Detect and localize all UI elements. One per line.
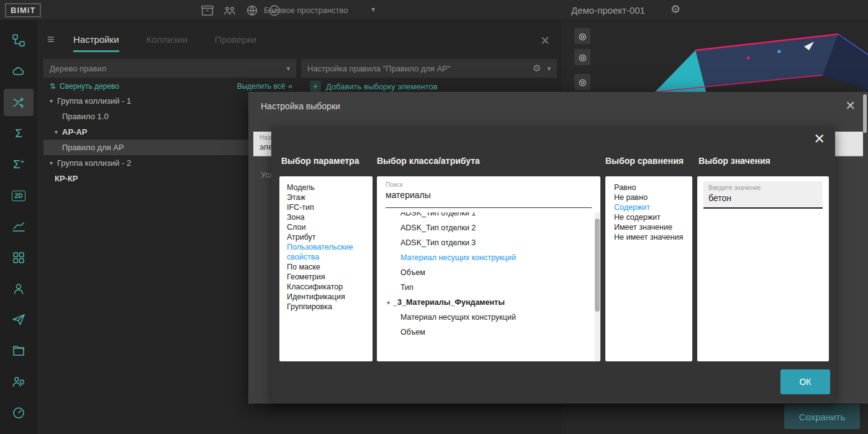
sidebar-item-dashboard[interactable] bbox=[4, 399, 34, 427]
rule-settings-panel-header[interactable]: Настройка правила "Правило для АР" ⚙ ▾ bbox=[301, 59, 557, 78]
value-input[interactable] bbox=[708, 193, 818, 203]
tab-collisions[interactable]: Коллизии bbox=[147, 34, 188, 52]
workspace-selector[interactable]: Базовое пространство bbox=[264, 6, 348, 15]
sort-updown-icon: ⇅ bbox=[50, 82, 56, 91]
modal-close-icon[interactable]: ✕ bbox=[845, 98, 856, 113]
parameter-item[interactable]: Модель bbox=[287, 183, 365, 192]
parameter-item[interactable]: Атрибут bbox=[287, 232, 365, 242]
sidebar-item-user-location[interactable] bbox=[4, 368, 34, 396]
tab-settings[interactable]: Настройки bbox=[73, 34, 119, 52]
rule-settings-gear-icon[interactable]: ⚙ bbox=[533, 63, 541, 74]
folder-export-icon bbox=[11, 343, 26, 358]
archive-box-icon[interactable] bbox=[200, 3, 215, 18]
sidebar-item-sum[interactable]: Σ bbox=[4, 120, 34, 147]
caret-down-icon[interactable]: ▾ bbox=[50, 160, 57, 166]
tab-checks[interactable]: Проверки bbox=[215, 34, 256, 52]
sidebar-item-user[interactable] bbox=[4, 275, 34, 302]
left-icon-sidebar: Σ Σ+ 2D bbox=[0, 20, 37, 434]
viewport-focus-button[interactable]: ◎ bbox=[574, 28, 590, 44]
parameter-column-header: Выбор параметра bbox=[281, 156, 359, 166]
sidebar-item-chart[interactable] bbox=[4, 213, 34, 240]
globe-sync-icon[interactable] bbox=[245, 3, 260, 18]
plus-icon: + bbox=[310, 81, 321, 92]
rules-tree-caret-icon[interactable]: ▾ bbox=[286, 65, 290, 73]
tree-node-label: Группа коллизий - 1 bbox=[57, 96, 131, 106]
caret-down-icon[interactable]: ▾ bbox=[387, 299, 390, 306]
attribute-item[interactable]: Объем bbox=[377, 325, 600, 340]
add-selection-label: Добавить выборку элементов bbox=[326, 82, 438, 91]
collisions-icon bbox=[11, 95, 26, 110]
dialog-close-icon[interactable]: ✕ bbox=[814, 131, 825, 147]
attribute-item[interactable]: Тип bbox=[377, 280, 600, 295]
save-button[interactable]: Сохранить bbox=[784, 404, 860, 429]
project-settings-gear-icon[interactable]: ⚙ bbox=[671, 2, 680, 16]
sidebar-item-sum-plus[interactable]: Σ+ bbox=[4, 151, 34, 178]
comparison-item-selected[interactable]: Содержит bbox=[614, 202, 684, 212]
comparison-item[interactable]: Не имеет значения bbox=[614, 232, 684, 242]
sidebar-item-structure-tree[interactable] bbox=[4, 27, 34, 54]
team-icon[interactable] bbox=[222, 3, 237, 18]
comparison-list: Равно Не равно Содержит Не содержит Имее… bbox=[605, 176, 692, 361]
parameter-item[interactable]: Идентификация bbox=[287, 292, 365, 302]
parameter-item[interactable]: Классификатор bbox=[287, 282, 365, 292]
attribute-item[interactable]: Материал несущих конструкций bbox=[377, 310, 600, 325]
rules-tree-panel-header[interactable]: Дерево правил ▾ bbox=[43, 59, 296, 78]
attribute-item[interactable]: ADSK_Тип отделки 2 bbox=[377, 220, 600, 235]
comparison-item[interactable]: Равно bbox=[614, 183, 684, 192]
comparison-item[interactable]: Не содержит bbox=[614, 212, 684, 222]
viewport-orbit-button[interactable]: ◎ bbox=[574, 49, 590, 65]
list-scrollbar-track[interactable] bbox=[595, 212, 600, 361]
rule-settings-caret-icon[interactable]: ▾ bbox=[547, 65, 551, 73]
class-attribute-panel: Поиск ADSK_Тип отделки 1 ADSK_Тип отделк… bbox=[377, 176, 600, 361]
collapse-tree-button[interactable]: ⇅ Свернуть дерево bbox=[50, 82, 119, 91]
parameter-item[interactable]: Геометрия bbox=[287, 272, 365, 282]
sigma-plus-icon: Σ+ bbox=[13, 158, 24, 171]
caret-down-icon[interactable]: ▾ bbox=[50, 97, 57, 104]
cloud-icon bbox=[11, 64, 26, 79]
modal-scrollbar[interactable] bbox=[863, 94, 867, 133]
top-bar: BIMiT Базовое пространство ▾ Демо-проект… bbox=[0, 0, 868, 20]
parameter-item[interactable]: Зона bbox=[287, 212, 365, 222]
rule-settings-title: Настройка правила "Правило для АР" bbox=[307, 64, 451, 73]
parameter-item[interactable]: Этаж bbox=[287, 192, 365, 202]
panel-menu-icon[interactable]: ≡ bbox=[47, 32, 55, 47]
comparison-item[interactable]: Имеет значение bbox=[614, 222, 684, 232]
parameter-item-selected[interactable]: Пользовательские свойства bbox=[287, 242, 365, 262]
sigma-icon: Σ bbox=[15, 127, 22, 140]
comparison-item[interactable]: Не равно bbox=[614, 192, 684, 202]
parameter-item[interactable]: Слои bbox=[287, 222, 365, 232]
parameter-item[interactable]: IFC-тип bbox=[287, 202, 365, 212]
search-underline bbox=[386, 207, 592, 208]
sidebar-item-collisions[interactable] bbox=[4, 89, 34, 116]
workspace-caret-icon[interactable]: ▾ bbox=[371, 5, 375, 14]
sidebar-item-modules[interactable] bbox=[4, 244, 34, 271]
attribute-item[interactable]: ADSK_Тип отделки 1 bbox=[377, 212, 600, 220]
parameter-item[interactable]: По маске bbox=[287, 262, 365, 272]
target-icon: ◎ bbox=[579, 52, 586, 62]
select-all-button[interactable]: Выделить всё « bbox=[237, 82, 292, 91]
attribute-item-selected[interactable]: Материал несущих конструкций bbox=[377, 250, 600, 265]
list-scrollbar-thumb[interactable] bbox=[595, 219, 600, 312]
sidebar-item-2d-view[interactable]: 2D bbox=[4, 182, 34, 209]
target-icon: ◎ bbox=[579, 77, 586, 87]
attribute-item[interactable]: ADSK_Тип отделки 3 bbox=[377, 235, 600, 250]
viewport-section-button[interactable]: ◎ bbox=[574, 74, 590, 90]
parameter-item[interactable]: Группировка bbox=[287, 302, 365, 312]
parameter-list: Модель Этаж IFC-тип Зона Слои Атрибут По… bbox=[279, 176, 373, 361]
add-selection-button[interactable]: + Добавить выборку элементов bbox=[310, 81, 438, 92]
sidebar-item-clouds[interactable] bbox=[4, 58, 34, 85]
main-panel-close-icon[interactable]: ✕ bbox=[540, 34, 550, 48]
sidebar-item-export-model[interactable] bbox=[4, 337, 34, 364]
collapse-tree-label: Свернуть дерево bbox=[60, 82, 119, 91]
attribute-item[interactable]: Объем bbox=[377, 265, 600, 280]
collapse-panel-icon: « bbox=[288, 82, 292, 91]
modules-icon bbox=[11, 250, 26, 265]
value-input-block[interactable]: Введите значение bbox=[703, 181, 823, 209]
caret-down-icon[interactable]: ▾ bbox=[55, 129, 62, 135]
class-attribute-list: ADSK_Тип отделки 1 ADSK_Тип отделки 2 AD… bbox=[377, 212, 600, 361]
sidebar-item-send[interactable] bbox=[4, 306, 34, 333]
search-input[interactable] bbox=[386, 190, 590, 200]
user-location-icon bbox=[11, 374, 26, 389]
attribute-group-row[interactable]: ▾_3_Материалы_Фундаменты bbox=[377, 295, 600, 310]
ok-button[interactable]: ОК bbox=[780, 369, 830, 394]
